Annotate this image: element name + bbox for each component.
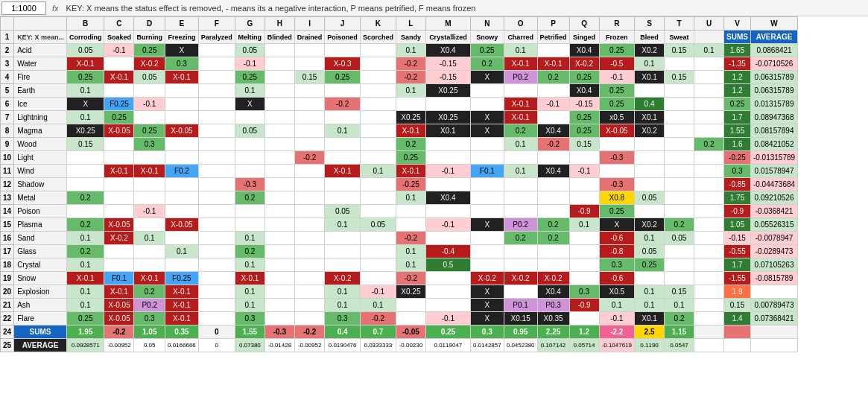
cell-14-L[interactable] (396, 205, 425, 218)
cell-8-M[interactable]: X0.1 (425, 124, 470, 138)
cell-20-D[interactable]: 0.2 (134, 285, 165, 299)
cell-14-H[interactable] (264, 205, 294, 218)
cell-6-K[interactable] (360, 98, 396, 111)
cell-9-F[interactable] (198, 138, 235, 151)
cell-3-W[interactable]: -0.0710526 (750, 57, 797, 71)
cell-17-F[interactable] (198, 245, 235, 258)
cell-8-R[interactable]: X-0.05 (599, 124, 634, 138)
cell-8-P[interactable]: X0.4 (537, 124, 569, 138)
cell-19-S[interactable] (635, 272, 665, 285)
cell-5-D[interactable] (134, 84, 165, 98)
cell-6-B[interactable]: X (66, 98, 104, 111)
cell-24-S[interactable]: 2.5 (635, 325, 665, 339)
cell-8-F[interactable] (198, 124, 235, 138)
cell-11-V[interactable]: 0.3 (724, 165, 751, 178)
cell-19-V[interactable]: -1.55 (724, 272, 751, 285)
cell-18-C[interactable] (104, 258, 134, 272)
cell-12-V[interactable]: -0.85 (724, 178, 751, 191)
cell-20-F[interactable] (198, 285, 235, 299)
cell-5-T[interactable] (665, 84, 694, 98)
cell-20-P[interactable]: X0.4 (537, 285, 569, 299)
cell-22-Q[interactable] (569, 312, 599, 325)
cell-11-G[interactable] (235, 165, 264, 178)
cell-4-D[interactable]: 0.05 (134, 71, 165, 84)
cell-10-G[interactable] (235, 151, 264, 165)
cell-16-B[interactable]: 0.1 (66, 232, 104, 245)
cell-22-R[interactable]: -0.1 (599, 312, 634, 325)
cell-3-Q[interactable]: X-0.2 (569, 57, 599, 71)
cell-3-D[interactable]: X-0.2 (134, 57, 165, 71)
cell-18-P[interactable] (537, 258, 569, 272)
cell-24-N[interactable]: 0.3 (470, 325, 504, 339)
cell-19-R[interactable]: -0.6 (599, 272, 634, 285)
cell-25-J[interactable]: 0.0190476 (325, 339, 361, 352)
cell-14-K[interactable] (360, 205, 396, 218)
cell-7-P[interactable] (537, 111, 569, 124)
cell-15-E[interactable]: X-0.05 (165, 218, 198, 232)
cell-12-N[interactable] (470, 178, 504, 191)
cell-12-M[interactable] (425, 178, 470, 191)
cell-10-P[interactable] (537, 151, 569, 165)
cell-13-G[interactable]: 0.2 (235, 191, 264, 205)
cell-2-J[interactable] (325, 44, 361, 57)
cell-8-J[interactable]: 0.1 (325, 124, 361, 138)
cell-18-K[interactable] (360, 258, 396, 272)
cell-20-O[interactable] (504, 285, 537, 299)
cell-9-B[interactable]: 0.15 (66, 138, 104, 151)
cell-6-J[interactable]: -0.2 (325, 98, 361, 111)
cell-7-M[interactable]: X0.25 (425, 111, 470, 124)
cell-7-F[interactable] (198, 111, 235, 124)
cell-7-R[interactable]: x0.5 (599, 111, 634, 124)
cell-8-V[interactable]: 1.55 (724, 124, 751, 138)
cell-2-K[interactable] (360, 44, 396, 57)
cell-7-G[interactable] (235, 111, 264, 124)
cell-8-S[interactable]: X0.2 (635, 124, 665, 138)
cell-20-M[interactable] (425, 285, 470, 299)
cell-5-C[interactable] (104, 84, 134, 98)
cell-3-B[interactable]: X-0.1 (66, 57, 104, 71)
cell-14-W[interactable]: -0.0368421 (750, 205, 797, 218)
cell-6-R[interactable]: 0.25 (599, 98, 634, 111)
cell-9-N[interactable] (470, 138, 504, 151)
cell-12-T[interactable] (665, 178, 694, 191)
cell-24-Q[interactable]: 1.2 (569, 325, 599, 339)
cell-11-C[interactable]: X-0.1 (104, 165, 134, 178)
cell-18-G[interactable]: 0.1 (235, 258, 264, 272)
cell-24-D[interactable]: 1.05 (134, 325, 165, 339)
cell-15-C[interactable]: X-0.05 (104, 218, 134, 232)
cell-21-H[interactable] (264, 299, 294, 312)
cell-17-L[interactable]: 0.1 (396, 245, 425, 258)
cell-24-T[interactable]: 1.15 (665, 325, 694, 339)
cell-16-D[interactable]: 0.1 (134, 232, 165, 245)
cell-22-M[interactable]: -0.1 (425, 312, 470, 325)
cell-14-N[interactable] (470, 205, 504, 218)
cell-4-S[interactable]: X0.1 (635, 71, 665, 84)
cell-3-U[interactable] (694, 57, 724, 71)
cell-21-M[interactable] (425, 299, 470, 312)
cell-5-N[interactable] (470, 84, 504, 98)
cell-21-C[interactable]: X-0.05 (104, 299, 134, 312)
cell-25-N[interactable]: 0.0142857 (470, 339, 504, 352)
cell-6-T[interactable] (665, 98, 694, 111)
cell-2-N[interactable]: 0.25 (470, 44, 504, 57)
cell-20-H[interactable] (264, 285, 294, 299)
cell-22-B[interactable]: 0.25 (66, 312, 104, 325)
cell-9-H[interactable] (264, 138, 294, 151)
cell-2-R[interactable]: 0.25 (599, 44, 634, 57)
cell-24-B[interactable]: 1.95 (66, 325, 104, 339)
cell-24-O[interactable]: 0.95 (504, 325, 537, 339)
cell-12-R[interactable]: -0.3 (599, 178, 634, 191)
cell-18-S[interactable]: 0.25 (635, 258, 665, 272)
cell-24-L[interactable]: -0.05 (396, 325, 425, 339)
cell-15-L[interactable] (396, 218, 425, 232)
cell-4-N[interactable]: X (470, 71, 504, 84)
cell-13-B[interactable]: 0.2 (66, 191, 104, 205)
cell-25-E[interactable]: 0.0166666 (165, 339, 198, 352)
cell-17-S[interactable]: 0.05 (635, 245, 665, 258)
cell-7-O[interactable]: X-0.1 (504, 111, 537, 124)
cell-8-B[interactable]: X0.25 (66, 124, 104, 138)
cell-3-G[interactable]: -0.1 (235, 57, 264, 71)
cell-8-G[interactable]: 0.05 (235, 124, 264, 138)
cell-14-Q[interactable]: -0.9 (569, 205, 599, 218)
cell-9-E[interactable] (165, 138, 198, 151)
